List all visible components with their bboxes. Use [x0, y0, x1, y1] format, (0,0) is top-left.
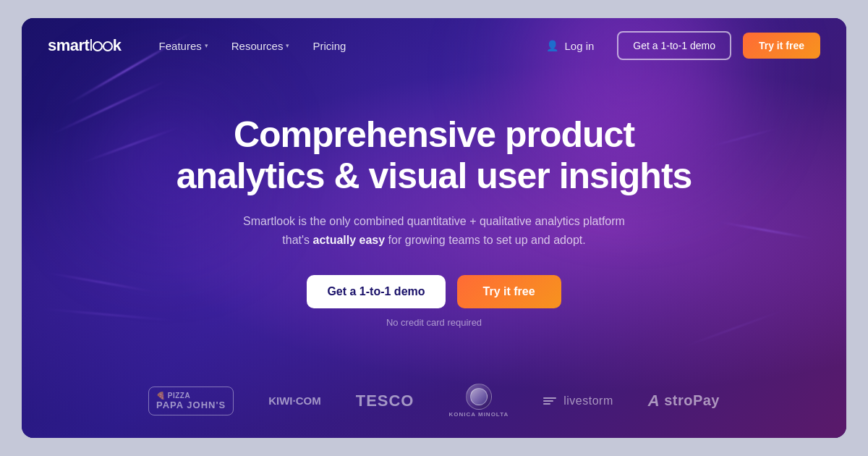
- hero-section: Comprehensive product analytics & visual…: [22, 73, 846, 369]
- nav-features[interactable]: Features ▾: [150, 34, 217, 58]
- nav-links: Features ▾ Resources ▾ Pricing: [150, 34, 535, 58]
- nav-pricing[interactable]: Pricing: [304, 34, 354, 58]
- tesco-logo: TESCO: [356, 392, 414, 410]
- papajohns-logo: 🍕 PIZZA PAPA JOHN'S: [148, 387, 234, 415]
- navbar: smartlk Features ▾ Resources ▾ Pricing 👤: [22, 18, 846, 73]
- logo[interactable]: smartlk: [48, 36, 122, 55]
- try-button-hero[interactable]: Try it free: [457, 275, 561, 308]
- try-button-nav[interactable]: Try it free: [743, 33, 820, 59]
- chevron-down-icon: ▾: [286, 42, 289, 49]
- chevron-down-icon: ▾: [205, 42, 208, 49]
- no-credit-card-note: No credit card required: [386, 317, 482, 328]
- main-container: smartlk Features ▾ Resources ▾ Pricing 👤: [22, 18, 846, 438]
- page-content: smartlk Features ▾ Resources ▾ Pricing 👤: [22, 18, 846, 438]
- login-button[interactable]: 👤 Log in: [535, 34, 605, 58]
- kiwi-logo: KIWI·COM: [268, 394, 321, 407]
- livestorm-logo: livestorm: [543, 394, 613, 408]
- user-icon: 👤: [546, 40, 558, 51]
- brands-bar: 🍕 PIZZA PAPA JOHN'S KIWI·COM TESCO KONIC…: [22, 369, 846, 438]
- astropay-logo: AstroPay: [648, 392, 720, 410]
- hero-title: Comprehensive product analytics & visual…: [176, 114, 692, 198]
- hero-subtitle: Smartlook is the only combined quantitat…: [231, 212, 637, 249]
- konica-logo: KONICA MINOLTA: [448, 384, 509, 418]
- demo-button-hero[interactable]: Get a 1-to-1 demo: [307, 275, 445, 308]
- logo-text: smartlk: [48, 36, 122, 55]
- demo-button-nav[interactable]: Get a 1-to-1 demo: [617, 31, 731, 60]
- cta-buttons: Get a 1-to-1 demo Try it free: [307, 275, 561, 308]
- nav-right: 👤 Log in Get a 1-to-1 demo Try it free: [535, 31, 820, 60]
- nav-resources[interactable]: Resources ▾: [223, 34, 299, 58]
